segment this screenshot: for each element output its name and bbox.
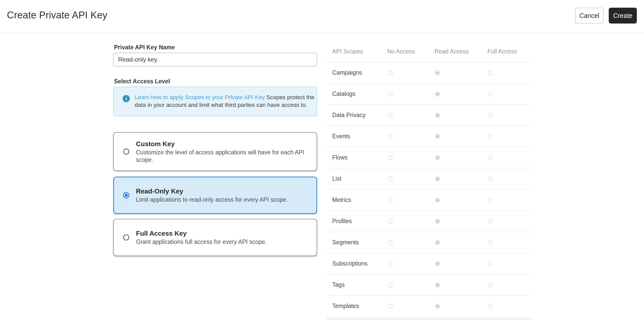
scope-label: Templates [332, 303, 387, 310]
topbar-actions: Cancel Create [575, 8, 637, 24]
scope-label: Tags [332, 281, 387, 288]
radio-data-privacy-no-access [388, 113, 393, 118]
scope-row-campaigns: Campaigns [327, 62, 533, 84]
radio-flows-full-access [488, 155, 493, 160]
scope-row-subscriptions: Subscriptions [327, 253, 533, 275]
radio-segments-full-access [488, 240, 493, 245]
api-key-name-label: Private API Key Name [114, 44, 175, 51]
radio-list-read-access [435, 176, 440, 181]
scope-row-templates: Templates [327, 296, 533, 317]
radio-events-read-access [435, 134, 440, 139]
read-only-key-radio[interactable] [123, 192, 129, 198]
radio-flows-no-access [388, 155, 393, 160]
radio-events-full-access [488, 134, 493, 139]
scope-label: Data Privacy [332, 112, 387, 119]
radio-segments-no-access [388, 240, 393, 245]
radio-tags-read-access [435, 282, 440, 288]
column-api-scopes: API Scopes [332, 48, 387, 55]
radio-data-privacy-full-access [488, 113, 493, 118]
radio-templates-read-access [435, 304, 440, 309]
radio-profiles-no-access [388, 219, 393, 224]
radio-metrics-full-access [488, 198, 493, 203]
full-access-key-title: Full Access Key [136, 229, 267, 237]
radio-profiles-read-access [435, 219, 440, 224]
radio-campaigns-read-access [435, 70, 440, 75]
api-key-name-input[interactable] [113, 53, 317, 66]
scope-label: Campaigns [332, 69, 387, 76]
radio-list-no-access [388, 176, 393, 181]
radio-profiles-full-access [488, 219, 493, 224]
page-title: Create Private API Key [7, 10, 107, 21]
scopes-table-header: API Scopes No Access Read Access Full Ac… [327, 41, 533, 62]
scope-row-tags: Tags [327, 275, 533, 296]
scope-row-catalogs: Catalogs [327, 84, 533, 105]
radio-catalogs-full-access [488, 92, 493, 97]
full-access-key-radio[interactable] [123, 234, 129, 241]
scope-label: Subscriptions [332, 260, 387, 267]
scope-label: Flows [332, 154, 387, 161]
scope-row-flows: Flows [327, 147, 533, 168]
custom-key-text: Custom Key Customize the level of access… [136, 140, 316, 164]
scope-label: Profiles [332, 218, 387, 225]
column-read-access: Read Access [434, 48, 487, 55]
option-read-only-key[interactable]: Read-Only Key Limit applications to read… [113, 177, 317, 214]
radio-tags-no-access [388, 282, 393, 288]
api-scopes-table: API Scopes No Access Read Access Full Ac… [327, 41, 533, 317]
scope-row-metrics: Metrics [327, 190, 533, 211]
radio-events-no-access [388, 134, 393, 139]
access-level-label: Select Access Level [114, 78, 170, 85]
scopes-table-body: Campaigns Catalogs Data Privacy Events F… [327, 62, 533, 317]
full-access-key-description: Grant applications full access for every… [136, 238, 267, 246]
column-full-access: Full Access [487, 48, 532, 55]
scope-label: Events [332, 133, 387, 140]
cancel-button[interactable]: Cancel [575, 8, 604, 24]
scope-row-segments: Segments [327, 232, 533, 253]
table-bottom-divider [327, 318, 533, 319]
read-only-key-description: Limit applications to read-only access f… [136, 196, 288, 203]
scope-label: Metrics [332, 197, 387, 203]
radio-metrics-no-access [388, 198, 393, 203]
custom-key-title: Custom Key [136, 140, 316, 148]
radio-tags-full-access [488, 282, 493, 288]
create-button[interactable]: Create [609, 8, 637, 24]
radio-templates-no-access [388, 304, 393, 309]
scope-row-events: Events [327, 126, 533, 147]
radio-flows-read-access [435, 155, 440, 160]
create-private-api-key-page: { "header": { "title": "Create Private A… [0, 0, 644, 320]
radio-catalogs-no-access [388, 92, 393, 97]
scope-label: List [332, 175, 387, 182]
column-no-access: No Access [387, 48, 434, 55]
radio-campaigns-full-access [488, 70, 493, 75]
scopes-info-banner: i Learn how to apply Scopes to your Priv… [113, 87, 317, 116]
scope-label: Catalogs [332, 90, 387, 97]
read-only-key-title: Read-Only Key [136, 187, 288, 195]
option-custom-key[interactable]: Custom Key Customize the level of access… [113, 132, 317, 171]
scope-row-data-privacy: Data Privacy [327, 105, 533, 126]
custom-key-radio[interactable] [123, 148, 129, 155]
radio-catalogs-read-access [435, 92, 440, 97]
info-text: Learn how to apply Scopes to your Privat… [135, 94, 317, 109]
radio-subscriptions-no-access [388, 261, 393, 266]
radio-list-full-access [488, 176, 493, 181]
info-icon: i [123, 95, 130, 102]
radio-subscriptions-read-access [435, 261, 440, 266]
radio-data-privacy-read-access [435, 113, 440, 118]
option-full-access-key[interactable]: Full Access Key Grant applications full … [113, 219, 317, 256]
radio-metrics-read-access [435, 198, 440, 203]
scope-row-list: List [327, 168, 533, 190]
read-only-key-text: Read-Only Key Limit applications to read… [136, 187, 288, 203]
topbar: Create Private API Key Cancel Create [0, 0, 644, 33]
radio-campaigns-no-access [388, 70, 393, 75]
radio-subscriptions-full-access [488, 261, 493, 266]
custom-key-description: Customize the level of access applicatio… [136, 149, 316, 164]
scope-row-profiles: Profiles [327, 211, 533, 232]
radio-segments-read-access [435, 240, 440, 245]
radio-templates-full-access [488, 304, 493, 309]
scope-label: Segments [332, 239, 387, 246]
full-access-key-text: Full Access Key Grant applications full … [136, 229, 267, 246]
scopes-help-link[interactable]: Learn how to apply Scopes to your Privat… [135, 94, 265, 100]
